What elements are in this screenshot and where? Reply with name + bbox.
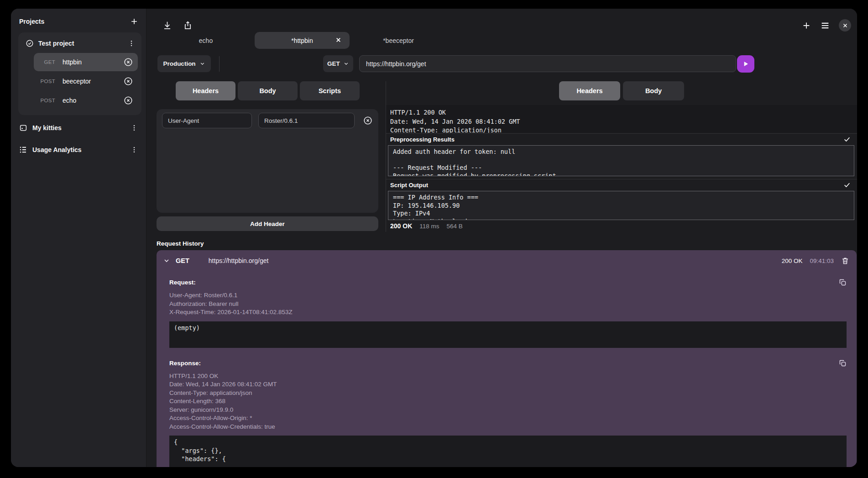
header-line: Content-Length: 368 [169,397,847,406]
history-entry-body: Request: User-Agent: Roster/0.6.1 Author… [157,278,857,467]
header-line: HTTP/1.1 200 OK [169,372,847,381]
history-request-body[interactable]: (empty) [169,321,847,348]
environment-label: Production [163,60,195,67]
response-tabs: Headers Body [386,81,857,100]
download-icon [162,21,172,30]
response-panel: Headers Body HTTP/1.1 200 OK Date: Wed, … [386,81,857,232]
history-entry-header[interactable]: GET https://httpbin.org/get 200 OK 09:41… [157,250,857,271]
delete-request-icon[interactable] [123,76,133,86]
clock-check-icon [26,39,34,47]
copy-request-button[interactable] [839,278,847,286]
plus-icon [801,21,811,31]
tab-response-body[interactable]: Body [623,81,684,100]
response-headers-preview[interactable]: HTTP/1.1 200 OK Date: Wed, 14 Jan 2026 0… [386,105,857,133]
request-history-title: Request History [157,240,204,247]
main-area: echo *httpbin *beeceptor Production GET [146,9,857,467]
export-button[interactable] [183,21,193,30]
my-kitties-menu-button[interactable] [131,124,138,131]
tab-request-headers[interactable]: Headers [176,81,235,100]
history-status: 200 OK [782,257,803,264]
chevron-down-icon[interactable] [163,257,170,264]
sidebar-item-label: Usage Analytics [32,146,82,153]
add-project-button[interactable] [130,17,139,26]
delete-history-button[interactable] [841,257,849,265]
send-request-button[interactable] [737,55,754,73]
output-line: Type: IPv4 [393,210,849,218]
output-line: --- Request Modified --- [393,164,849,172]
project-name: Test project [38,40,74,47]
tab-response-headers[interactable]: Headers [559,81,620,100]
request-section-label: Request: [169,279,196,286]
history-response-headers: HTTP/1.1 200 OK Date: Wed, 14 Jan 2026 0… [169,372,847,431]
plus-icon [130,17,139,26]
tab-httpbin[interactable]: *httpbin [255,32,350,49]
header-value-input[interactable] [258,113,355,128]
header-line: Date: Wed, 14 Jan 2026 08:41:02 GMT [390,117,857,126]
request-item-echo[interactable]: POST echo [34,91,138,110]
import-button[interactable] [162,21,172,30]
new-tab-button[interactable] [801,21,811,31]
tab-beeceptor[interactable]: *beeceptor [351,32,446,49]
copy-icon [839,278,847,286]
window-close-button[interactable] [839,19,851,32]
request-item-beeceptor[interactable]: POST beeceptor [34,72,138,90]
add-header-button[interactable]: Add Header [157,216,378,231]
output-line: === IP Address Info === [393,194,849,202]
output-line: Added auth header for token: null [393,148,849,156]
copy-response-button[interactable] [839,359,847,367]
play-icon [742,60,749,68]
output-line [393,156,849,164]
header-line: Access-Control-Allow-Credentials: true [169,423,847,431]
check-icon [843,181,851,189]
url-input[interactable] [359,55,736,72]
tab-echo[interactable]: echo [158,32,253,49]
section-title: Preprocessing Results [390,136,455,143]
request-item-httpbin[interactable]: GET httpbin [34,53,138,71]
script-output[interactable]: === IP Address Info === IP: 195.146.105.… [388,191,854,220]
project-group-header[interactable]: Test project [22,35,138,52]
close-tab-icon[interactable] [335,37,341,43]
history-entry-card: GET https://httpbin.org/get 200 OK 09:41… [157,250,857,467]
section-title: Script Output [390,182,428,189]
sidebar-header: Projects [11,9,146,30]
sidebar-item-usage-analytics[interactable]: Usage Analytics [11,141,146,159]
divider [219,56,220,72]
history-url: https://httpbin.org/get [209,257,269,264]
response-status-bar: 200 OK 118 ms 564 B [390,222,463,230]
sidebar-item-my-kitties[interactable]: My kitties [11,119,146,137]
header-line: User-Agent: Roster/0.6.1 [169,291,847,300]
request-name: echo [63,97,76,104]
history-method: GET [176,257,189,264]
remove-header-icon[interactable] [363,116,373,126]
environment-dropdown[interactable]: Production [157,55,211,72]
history-response-body[interactable]: { "args": {}, "headers": { [169,436,847,467]
list-icon [19,146,27,154]
header-line: Date: Wed, 14 Jan 2026 08:41:02 GMT [169,380,847,389]
tab-request-body[interactable]: Body [238,81,298,100]
tab-request-scripts[interactable]: Scripts [300,81,360,100]
method-label: GET [327,60,340,67]
request-tabs: Headers Body Scripts [176,81,360,100]
method-dropdown[interactable]: GET [323,55,353,72]
copy-icon [839,359,847,367]
usage-analytics-menu-button[interactable] [131,146,138,153]
output-line: Location: Netherlands [393,218,849,221]
request-name: httpbin [63,58,82,66]
project-menu-button[interactable] [128,40,135,47]
delete-request-icon[interactable] [123,57,133,67]
request-method: GET [38,59,55,65]
status-code: 200 OK [390,222,412,230]
projects-sidebar: Projects Test project GET httpbin [11,9,146,467]
menu-button[interactable] [820,21,830,31]
tab-label: *httpbin [291,37,313,44]
response-section-label: Response: [169,360,201,367]
delete-request-icon[interactable] [123,95,133,105]
header-line: Content-Type: application/json [390,126,857,133]
header-line: Authorization: Bearer null [169,300,847,309]
request-bar: Production GET [146,55,857,73]
preprocessing-output[interactable]: Added auth header for token: null --- Re… [388,145,854,176]
header-key-input[interactable] [162,113,252,128]
script-output-header: Script Output [386,179,857,190]
header-line: X-Request-Time: 2026-01-14T08:41:02.853Z [169,308,847,317]
image-icon [19,124,27,132]
